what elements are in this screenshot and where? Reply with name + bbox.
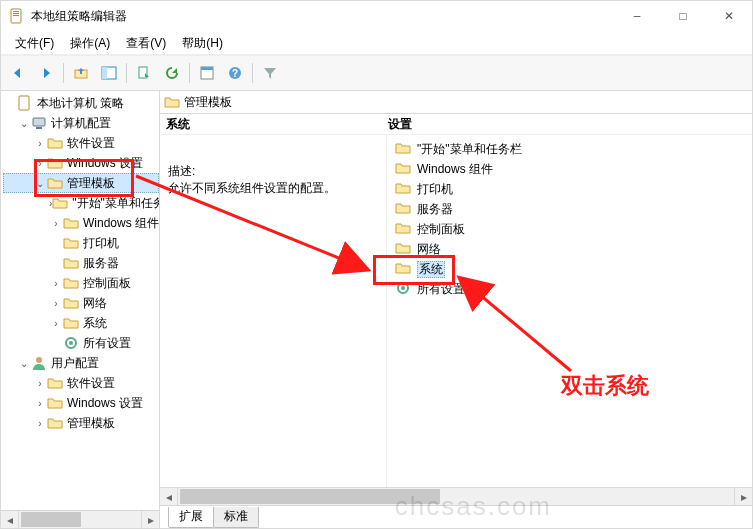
list-item[interactable]: Windows 组件: [387, 159, 752, 179]
svg-rect-2: [13, 13, 19, 14]
folder-icon: [395, 240, 411, 259]
svg-point-17: [36, 357, 42, 363]
column-headers: 系统 设置: [160, 114, 752, 135]
svg-rect-12: [19, 96, 29, 110]
svg-text:?: ?: [232, 68, 238, 79]
content-hscrollbar[interactable]: ◂▸: [160, 487, 752, 505]
up-button[interactable]: [68, 60, 94, 86]
tree-u-admin-templates[interactable]: ›管理模板: [3, 413, 159, 433]
list-item-label: 服务器: [417, 201, 453, 218]
menu-help[interactable]: 帮助(H): [174, 33, 231, 54]
folder-icon: [395, 160, 411, 179]
menu-view[interactable]: 查看(V): [118, 33, 174, 54]
list-item[interactable]: 网络: [387, 239, 752, 259]
tree-windows-settings[interactable]: ›Windows 设置: [3, 153, 159, 173]
svg-rect-3: [13, 15, 19, 16]
forward-button[interactable]: [33, 60, 59, 86]
column-setting[interactable]: 设置: [382, 114, 752, 134]
list-item-label: 打印机: [417, 181, 453, 198]
tree-network[interactable]: ›网络: [3, 293, 159, 313]
description-text: 允许不同系统组件设置的配置。: [168, 180, 378, 197]
minimize-button[interactable]: –: [614, 1, 660, 31]
svg-rect-13: [33, 118, 45, 126]
tree-printers[interactable]: 打印机: [3, 233, 159, 253]
folder-icon: [395, 260, 411, 279]
settings-icon: [395, 280, 411, 299]
window-title: 本地组策略编辑器: [31, 8, 127, 25]
view-tabs: 扩展 标准: [160, 505, 752, 528]
filter-button[interactable]: [257, 60, 283, 86]
list-item-label: 网络: [417, 241, 441, 258]
toolbar: ?: [1, 55, 752, 91]
folder-icon: [395, 200, 411, 219]
list-item-label: 控制面板: [417, 221, 465, 238]
tree-control-panel[interactable]: ›控制面板: [3, 273, 159, 293]
back-button[interactable]: [5, 60, 31, 86]
refresh-button[interactable]: [159, 60, 185, 86]
description-panel: 描述: 允许不同系统组件设置的配置。: [160, 135, 387, 487]
list-item-label: 系统: [417, 261, 445, 278]
list-item[interactable]: 打印机: [387, 179, 752, 199]
tree-u-software-settings[interactable]: ›软件设置: [3, 373, 159, 393]
column-category[interactable]: 系统: [160, 114, 382, 134]
tree-all-settings[interactable]: 所有设置: [3, 333, 159, 353]
settings-list[interactable]: "开始"菜单和任务栏Windows 组件打印机服务器控制面板网络系统所有设置: [387, 135, 752, 487]
title-bar: 本地组策略编辑器 – □ ✕: [1, 1, 752, 32]
menu-action[interactable]: 操作(A): [62, 33, 118, 54]
svg-point-16: [69, 341, 73, 345]
tree-user-config[interactable]: ⌄用户配置: [3, 353, 159, 373]
list-item-label: Windows 组件: [417, 161, 493, 178]
svg-rect-1: [13, 11, 19, 12]
tree-hscrollbar[interactable]: ◂▸: [1, 510, 159, 528]
svg-point-19: [401, 286, 405, 290]
body: 本地计算机 策略 ⌄计算机配置 ›软件设置 ›Windows 设置 ⌄管理模板 …: [1, 91, 752, 528]
list-item[interactable]: 系统: [387, 259, 752, 279]
folder-icon: [395, 140, 411, 159]
svg-rect-9: [201, 67, 213, 70]
tree-computer-config[interactable]: ⌄计算机配置: [3, 113, 159, 133]
tree-windows-components[interactable]: ›Windows 组件: [3, 213, 159, 233]
export-list-button[interactable]: [131, 60, 157, 86]
folder-icon: [395, 220, 411, 239]
tab-standard[interactable]: 标准: [213, 507, 259, 528]
tree-admin-templates[interactable]: ⌄管理模板: [3, 173, 159, 193]
menu-file[interactable]: 文件(F): [7, 33, 62, 54]
list-item-label: 所有设置: [417, 281, 465, 298]
show-hide-console-tree-button[interactable]: [96, 60, 122, 86]
list-item[interactable]: 控制面板: [387, 219, 752, 239]
tree-u-windows-settings[interactable]: ›Windows 设置: [3, 393, 159, 413]
content-header: 管理模板: [160, 91, 752, 114]
svg-rect-14: [36, 127, 42, 129]
svg-rect-6: [102, 67, 107, 79]
content-header-title: 管理模板: [184, 94, 232, 111]
tab-extended[interactable]: 扩展: [168, 507, 214, 528]
properties-button[interactable]: [194, 60, 220, 86]
maximize-button[interactable]: □: [660, 1, 706, 31]
list-item[interactable]: 服务器: [387, 199, 752, 219]
close-button[interactable]: ✕: [706, 1, 752, 31]
folder-icon: [164, 94, 180, 110]
help-button[interactable]: ?: [222, 60, 248, 86]
tree-root[interactable]: 本地计算机 策略: [3, 93, 159, 113]
list-item-label: "开始"菜单和任务栏: [417, 141, 522, 158]
list-item[interactable]: "开始"菜单和任务栏: [387, 139, 752, 159]
app-icon: [9, 8, 25, 24]
list-item[interactable]: 所有设置: [387, 279, 752, 299]
menu-bar: 文件(F) 操作(A) 查看(V) 帮助(H): [1, 32, 752, 55]
folder-icon: [395, 180, 411, 199]
description-label: 描述:: [168, 163, 378, 180]
tree-software-settings[interactable]: ›软件设置: [3, 133, 159, 153]
tree-start-taskbar[interactable]: ›"开始"菜单和任务栏: [3, 193, 159, 213]
console-tree[interactable]: 本地计算机 策略 ⌄计算机配置 ›软件设置 ›Windows 设置 ⌄管理模板 …: [1, 91, 160, 528]
tree-system[interactable]: ›系统: [3, 313, 159, 333]
content-pane: 管理模板 系统 设置 描述: 允许不同系统组件设置的配置。 "开始"菜单和任务栏…: [160, 91, 752, 528]
tree-servers[interactable]: 服务器: [3, 253, 159, 273]
